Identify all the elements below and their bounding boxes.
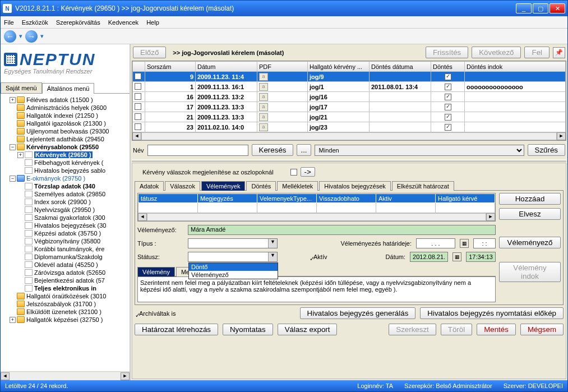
tree-expander[interactable]: + bbox=[17, 152, 24, 158]
colopts-apply[interactable]: -> bbox=[301, 167, 315, 177]
tree-label[interactable]: Szakmai gyakorlatok (300 bbox=[34, 214, 105, 221]
nav-back-dropdown[interactable]: ▾ bbox=[17, 33, 24, 40]
up-button[interactable]: Fel bbox=[524, 47, 549, 58]
search-more-button[interactable]: ... bbox=[297, 144, 311, 156]
tree-expander[interactable]: − bbox=[10, 176, 16, 182]
tree-node[interactable]: Végbizonyítvány (35800 bbox=[2, 237, 128, 245]
velemeny-indok-button[interactable]: Vélemény indok bbox=[499, 262, 561, 282]
tree-label[interactable]: Lejelentett adathibák (29450 bbox=[26, 136, 104, 142]
grid-header[interactable]: Döntés indok bbox=[465, 62, 566, 72]
inner-grid-header[interactable]: Hallgató kérvé bbox=[436, 194, 495, 203]
detail-tab[interactable]: Hivatalos bejegyzések bbox=[319, 181, 390, 191]
pdf-icon[interactable]: a bbox=[259, 103, 268, 111]
datum-date[interactable]: 2012.08.21. bbox=[410, 252, 448, 262]
hatarozat-button[interactable]: Határozat létrehozás bbox=[135, 324, 218, 335]
opinion-textarea[interactable]: Szerintemt nem felel meg a pályázatban k… bbox=[137, 276, 496, 302]
opinion-grid[interactable]: tátuszMegjegyzésVelemenyekType...Visszad… bbox=[137, 193, 496, 222]
tree-expander[interactable]: + bbox=[10, 97, 16, 103]
tree-label[interactable]: Teljes elektronikus in bbox=[34, 285, 96, 292]
tree-node[interactable]: Adminisztrációs helyek (3600 bbox=[2, 104, 128, 112]
tree-label[interactable]: Képzési adatok (35750 ) bbox=[34, 230, 101, 237]
pdf-icon[interactable]: a bbox=[259, 113, 268, 121]
row-checkbox[interactable] bbox=[135, 123, 141, 130]
tree-node[interactable]: −E-okmányok (29750 ) bbox=[2, 174, 128, 182]
grid-header[interactable]: PDF bbox=[257, 62, 308, 72]
mentes-button[interactable]: Mentés bbox=[477, 324, 516, 335]
pdf-icon[interactable]: a bbox=[259, 73, 268, 81]
tree-label[interactable]: Kérvények (29650 ) bbox=[34, 151, 93, 158]
menu-roleswitch[interactable]: Szerepkörváltás bbox=[56, 19, 100, 26]
tree-label[interactable]: Záróvizsga adatok (52650 bbox=[34, 269, 105, 276]
detail-tab[interactable]: Vélemények bbox=[201, 181, 246, 191]
tree-node[interactable]: Záróvizsga adatok (52650 bbox=[2, 269, 128, 276]
hatarido-time[interactable]: : : bbox=[473, 238, 496, 248]
add-button[interactable]: Hozzáad bbox=[499, 193, 561, 205]
detail-tab[interactable]: Válaszok bbox=[165, 181, 200, 191]
minimize-button[interactable]: _ bbox=[516, 3, 532, 13]
tree-node[interactable]: Törzslap adatok (340 bbox=[2, 182, 128, 190]
droplist-item-donto[interactable]: Döntő bbox=[189, 263, 278, 271]
tab-altalanos-menu[interactable]: Általános menü bbox=[42, 83, 95, 94]
refresh-button[interactable]: Frissítés bbox=[426, 47, 468, 58]
tree-node[interactable]: Személyes adatok (29850 bbox=[2, 190, 128, 198]
tree-node[interactable]: Hallgatók indexei (21250 ) bbox=[2, 112, 128, 119]
tree-node[interactable]: Hivatalos bejegyzés sablo bbox=[2, 167, 128, 174]
main-grid[interactable]: SorszámDátumPDFHallgató kérvény ...Dönté… bbox=[132, 61, 566, 141]
hatarido-date[interactable]: . . . bbox=[416, 238, 455, 248]
tree-node[interactable]: Index sorok (29900 ) bbox=[2, 198, 128, 206]
tree-node[interactable]: Jelszószabályok (31700 ) bbox=[2, 300, 128, 308]
valasz-export-button[interactable]: Válasz export bbox=[278, 324, 338, 335]
grid-row[interactable]: 92009.11.23. 11:4ajog/9 bbox=[133, 72, 566, 82]
tree-node[interactable]: Bejelentkezési adatok (57 bbox=[2, 276, 128, 284]
close-button[interactable]: ✕ bbox=[549, 3, 565, 13]
szerkeszt-button[interactable]: Szerkeszt bbox=[389, 324, 436, 335]
tree-node[interactable]: Szakmai gyakorlatok (300 bbox=[2, 214, 128, 222]
tree-label[interactable]: Ujjlenyomat beolvasás (29300 bbox=[26, 128, 109, 135]
megsem-button[interactable]: Mégsem bbox=[520, 324, 564, 335]
tree-node[interactable]: Nyelvvizsgák (29950 ) bbox=[2, 206, 128, 214]
tree-label[interactable]: Bejelentkezési adatok (57 bbox=[34, 277, 105, 284]
inner-grid-header[interactable]: Aktiv bbox=[376, 194, 436, 203]
remove-button[interactable]: Elvesz bbox=[499, 208, 561, 220]
tree-node[interactable]: Oklevél adatai (45250 ) bbox=[2, 261, 128, 269]
tree-hscroll[interactable]: ◄► bbox=[1, 371, 130, 380]
tree-node[interactable]: Diplomamunka/Szakdolg bbox=[2, 253, 128, 261]
row-checkbox[interactable] bbox=[135, 73, 141, 80]
grid-header[interactable]: Döntés dátuma bbox=[370, 62, 431, 72]
tree-node[interactable]: Ujjlenyomat beolvasás (29300 bbox=[2, 127, 128, 135]
tree-node[interactable]: Képzési adatok (35750 ) bbox=[2, 229, 128, 237]
tree-label[interactable]: Jelszószabályok (31700 ) bbox=[26, 301, 96, 307]
row-checkbox[interactable] bbox=[135, 103, 141, 110]
colopts-checkbox[interactable] bbox=[290, 169, 297, 176]
opinion-tab[interactable]: Vélemény bbox=[137, 267, 175, 276]
tree-label[interactable]: Hallgatói igazolások (21300 ) bbox=[26, 120, 106, 127]
hb-generalas-button[interactable]: Hivatalos bejegyzés generálás bbox=[300, 307, 416, 319]
detail-tab[interactable]: Döntés bbox=[246, 181, 276, 191]
inner-grid-header[interactable]: VelemenyekType... bbox=[257, 194, 317, 203]
dontes-check[interactable] bbox=[445, 73, 451, 80]
tree-label[interactable]: Index sorok (29900 ) bbox=[34, 199, 91, 205]
tipus-combo[interactable]: ▼ bbox=[188, 238, 278, 248]
inner-grid-header[interactable]: Megjegyzés bbox=[198, 194, 257, 203]
maximize-button[interactable]: ▢ bbox=[533, 3, 548, 13]
tree-expander[interactable]: + bbox=[10, 317, 16, 323]
tree-node[interactable]: +Hallgatók képzései (32750 ) bbox=[2, 316, 128, 324]
tree-node[interactable]: Lejelentett adathibák (29450 bbox=[2, 135, 128, 143]
velemenyezo-field[interactable]: Mára Amadé bbox=[188, 225, 496, 235]
tree-expander[interactable]: − bbox=[10, 144, 16, 150]
nav-forward-dropdown[interactable]: ▾ bbox=[39, 33, 45, 40]
droplist-item-velemenyezo[interactable]: Véleményező bbox=[189, 271, 278, 279]
tree-node[interactable]: Félbehagyott kérvények ( bbox=[2, 159, 128, 167]
menu-file[interactable]: File bbox=[4, 19, 14, 26]
grid-row[interactable]: 212009.11.23. 13:3ajog/21 bbox=[133, 112, 566, 122]
statusz-droplist[interactable]: Döntő Véleményező bbox=[188, 262, 278, 279]
tree-node[interactable]: Hallgatói óraütközések (3010 bbox=[2, 292, 128, 300]
tree-node[interactable]: Hivatalos bejegyzések (30 bbox=[2, 222, 128, 229]
pdf-icon[interactable]: a bbox=[259, 123, 268, 131]
menu-help[interactable]: Help bbox=[146, 19, 159, 26]
tree-node[interactable]: +Kérvények (29650 ) bbox=[2, 151, 128, 159]
row-checkbox[interactable] bbox=[135, 83, 141, 90]
tree-label[interactable]: Elküldött üzenetek (32100 ) bbox=[26, 308, 101, 315]
prev-button[interactable]: Előző bbox=[133, 47, 166, 58]
detail-tab[interactable]: Elkészült határozat bbox=[392, 181, 454, 191]
